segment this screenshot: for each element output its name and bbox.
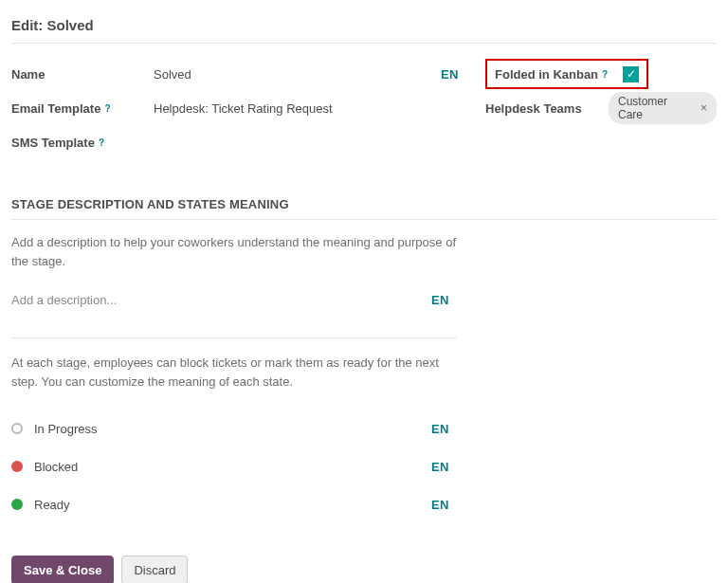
lang-badge-state[interactable]: EN	[431, 460, 457, 474]
page-title: Edit: Solved	[11, 17, 717, 33]
name-text: Solved	[154, 67, 191, 82]
folded-checkbox[interactable]: ✓	[623, 66, 639, 82]
check-icon: ✓	[627, 68, 636, 80]
state-row-in-progress: In Progress EN	[11, 410, 457, 447]
description-input[interactable]	[11, 289, 431, 311]
lang-badge-name[interactable]: EN	[441, 67, 466, 82]
state-label-in-progress[interactable]: In Progress	[34, 422, 431, 436]
field-helpdesk-teams: Helpdesk Teams Customer Care ×	[485, 91, 717, 125]
title-bar: Edit: Solved	[11, 0, 717, 44]
save-button[interactable]: Save & Close	[11, 556, 114, 583]
teams-label: Helpdesk Teams	[485, 101, 609, 116]
teams-value[interactable]: Customer Care ×	[609, 92, 717, 124]
email-template-value[interactable]: Helpdesk: Ticket Rating Request	[154, 101, 466, 116]
team-tag[interactable]: Customer Care ×	[609, 92, 717, 124]
button-bar: Save & Close Discard	[11, 556, 717, 583]
lang-badge-description[interactable]: EN	[431, 293, 457, 307]
discard-button[interactable]: Discard	[121, 556, 188, 583]
states-helper: At each stage, employees can block ticke…	[11, 354, 457, 391]
lang-badge-state[interactable]: EN	[431, 422, 457, 436]
status-dot-red-icon	[11, 461, 23, 472]
field-folded-kanban: Folded in Kanban ? ✓	[485, 57, 717, 91]
help-icon[interactable]: ?	[602, 69, 608, 80]
state-row-ready: Ready EN	[11, 485, 457, 523]
team-tag-label: Customer Care	[618, 95, 695, 121]
description-row: EN	[11, 289, 457, 338]
email-template-label: Email Template ?	[11, 101, 154, 116]
sms-template-label: SMS Template ?	[11, 136, 154, 150]
close-icon[interactable]: ×	[701, 101, 707, 115]
section-title: STAGE DESCRIPTION AND STATES MEANING	[11, 197, 717, 220]
field-name: Name Solved EN	[11, 57, 466, 91]
folded-label: Folded in Kanban ?	[495, 67, 608, 82]
section-helper: Add a description to help your coworkers…	[11, 233, 457, 270]
folded-highlight: Folded in Kanban ? ✓	[485, 59, 648, 89]
help-icon[interactable]: ?	[99, 137, 104, 148]
status-dot-gray-icon	[11, 423, 23, 434]
name-label: Name	[11, 67, 154, 82]
help-icon[interactable]: ?	[104, 103, 110, 114]
lang-badge-state[interactable]: EN	[431, 498, 457, 512]
field-sms-template: SMS Template ?	[11, 125, 466, 159]
state-label-blocked[interactable]: Blocked	[34, 460, 431, 474]
name-value[interactable]: Solved EN	[154, 67, 466, 82]
status-dot-green-icon	[11, 499, 23, 510]
field-email-template: Email Template ? Helpdesk: Ticket Rating…	[11, 91, 466, 125]
state-row-blocked: Blocked EN	[11, 447, 457, 485]
state-label-ready[interactable]: Ready	[34, 498, 431, 512]
